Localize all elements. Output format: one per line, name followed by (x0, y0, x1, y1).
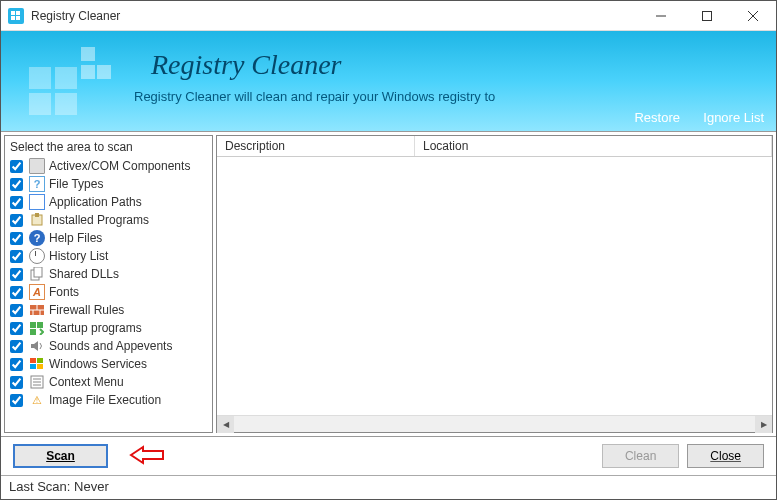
scan-area-panel: Select the area to scan Activex/COM Comp… (4, 135, 213, 433)
results-list (217, 157, 772, 415)
scan-item-label: Activex/COM Components (49, 159, 190, 173)
scan-item-startup[interactable]: Startup programs (5, 319, 212, 337)
sounds-icon (29, 338, 45, 354)
scan-item-checkbox[interactable] (10, 268, 23, 281)
svg-rect-9 (35, 213, 39, 217)
scan-item-firewall[interactable]: Firewall Rules (5, 301, 212, 319)
scan-item-label: Sounds and Appevents (49, 339, 172, 353)
horizontal-scrollbar[interactable]: ◀ ▶ (217, 415, 772, 432)
svg-rect-0 (11, 11, 15, 15)
svg-rect-19 (30, 329, 36, 335)
scan-item-checkbox[interactable] (10, 340, 23, 353)
scan-item-label: Image File Execution (49, 393, 161, 407)
scan-item-checkbox[interactable] (10, 358, 23, 371)
scan-item-checkbox[interactable] (10, 394, 23, 407)
scan-item-label: History List (49, 249, 108, 263)
status-bar: Last Scan: Never (1, 475, 776, 498)
svg-rect-23 (37, 364, 43, 369)
svg-rect-18 (37, 322, 43, 328)
context-menu-icon (29, 374, 45, 390)
scan-item-label: Installed Programs (49, 213, 149, 227)
scan-item-label: Startup programs (49, 321, 142, 335)
scan-item-filetypes[interactable]: ?File Types (5, 175, 212, 193)
scan-item-installed[interactable]: Installed Programs (5, 211, 212, 229)
svg-rect-22 (30, 364, 36, 369)
minimize-button[interactable] (638, 1, 684, 31)
svg-rect-20 (30, 358, 36, 363)
scan-item-checkbox[interactable] (10, 214, 23, 227)
results-panel: Description Location ◀ ▶ (216, 135, 773, 433)
close-button-footer[interactable]: Close (687, 444, 764, 468)
scan-item-activex[interactable]: Activex/COM Components (5, 157, 212, 175)
svg-rect-1 (16, 11, 20, 15)
scan-item-checkbox[interactable] (10, 232, 23, 245)
maximize-button[interactable] (684, 1, 730, 31)
scan-item-label: Shared DLLs (49, 267, 119, 281)
warning-icon: ⚠ (29, 392, 45, 408)
scan-item-label: Context Menu (49, 375, 124, 389)
scroll-left-icon[interactable]: ◀ (217, 416, 234, 433)
scan-area-header: Select the area to scan (5, 136, 212, 157)
scan-item-checkbox[interactable] (10, 178, 23, 191)
scan-item-context[interactable]: Context Menu (5, 373, 212, 391)
footer: Scan Clean Close (1, 437, 776, 475)
scan-item-label: Windows Services (49, 357, 147, 371)
column-description[interactable]: Description (217, 136, 415, 156)
scan-item-shared[interactable]: Shared DLLs (5, 265, 212, 283)
app-icon (8, 8, 24, 24)
content-area: Select the area to scan Activex/COM Comp… (1, 131, 776, 437)
scan-item-fonts[interactable]: AFonts (5, 283, 212, 301)
scan-item-checkbox[interactable] (10, 376, 23, 389)
scan-item-label: Help Files (49, 231, 102, 245)
scan-item-checkbox[interactable] (10, 286, 23, 299)
scan-item-checkbox[interactable] (10, 322, 23, 335)
svg-rect-2 (11, 16, 15, 20)
scan-item-label: Fonts (49, 285, 79, 299)
startup-icon (29, 320, 45, 336)
annotation-arrow-icon (129, 444, 165, 469)
window-title: Registry Cleaner (31, 9, 120, 23)
scan-item-checkbox[interactable] (10, 304, 23, 317)
close-button[interactable] (730, 1, 776, 31)
scan-item-label: Application Paths (49, 195, 142, 209)
scroll-right-icon[interactable]: ▶ (755, 416, 772, 433)
scan-item-apppaths[interactable]: Application Paths (5, 193, 212, 211)
activex-icon (29, 158, 45, 174)
installed-programs-icon (29, 212, 45, 228)
titlebar: Registry Cleaner (1, 1, 776, 31)
scan-item-label: Firewall Rules (49, 303, 124, 317)
ignore-list-link[interactable]: Ignore List (703, 110, 764, 125)
svg-rect-5 (703, 11, 712, 20)
file-types-icon: ? (29, 176, 45, 192)
scan-button[interactable]: Scan (13, 444, 108, 468)
fonts-icon: A (29, 284, 45, 300)
banner-subtitle: Registry Cleaner will clean and repair y… (134, 89, 495, 104)
scan-item-imagefile[interactable]: ⚠Image File Execution (5, 391, 212, 409)
banner: Registry Cleaner Registry Cleaner will c… (1, 31, 776, 131)
scan-item-checkbox[interactable] (10, 160, 23, 173)
scan-item-sounds[interactable]: Sounds and Appevents (5, 337, 212, 355)
clean-button: Clean (602, 444, 679, 468)
scan-item-winservices[interactable]: Windows Services (5, 355, 212, 373)
scan-item-help[interactable]: ?Help Files (5, 229, 212, 247)
svg-rect-11 (34, 267, 42, 277)
svg-rect-17 (30, 322, 36, 328)
scan-item-history[interactable]: History List (5, 247, 212, 265)
column-location[interactable]: Location (415, 136, 772, 156)
scan-item-checkbox[interactable] (10, 196, 23, 209)
history-icon (29, 248, 45, 264)
banner-title: Registry Cleaner (151, 49, 342, 81)
application-paths-icon (29, 194, 45, 210)
last-scan-label: Last Scan: Never (9, 479, 109, 494)
shared-dlls-icon (29, 266, 45, 282)
scan-item-checkbox[interactable] (10, 250, 23, 263)
svg-rect-21 (37, 358, 43, 363)
restore-link[interactable]: Restore (634, 110, 680, 125)
windows-services-icon (29, 356, 45, 372)
firewall-icon (29, 302, 45, 318)
svg-rect-3 (16, 16, 20, 20)
scan-item-label: File Types (49, 177, 103, 191)
help-icon: ? (29, 230, 45, 246)
results-header: Description Location (217, 136, 772, 157)
